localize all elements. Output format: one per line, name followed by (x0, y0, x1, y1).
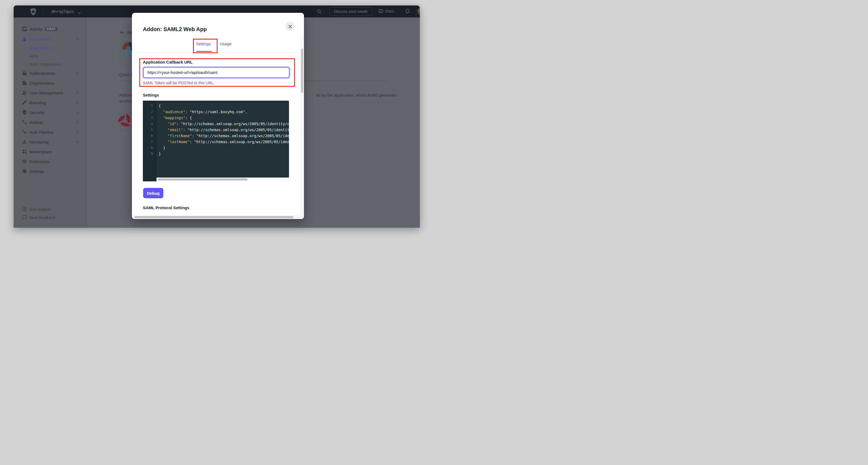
sidebar-footer: Get supportGive feedback (13, 205, 86, 222)
topbar-divider (43, 9, 43, 14)
docs-label: Docs (385, 9, 394, 13)
sidebar-item-label: Security (29, 110, 44, 115)
layers-icon (22, 36, 27, 41)
sidebar-item-label: Get support (29, 207, 51, 212)
code-line: } (159, 145, 289, 151)
tab-usage[interactable]: Usage (220, 41, 231, 46)
sidebar-item-label: APIs (29, 54, 38, 58)
addons-description-fragment: ed by the application, which Auth0 gener… (316, 93, 397, 97)
debug-button[interactable]: Debug (143, 188, 163, 198)
lock-icon (22, 70, 27, 76)
sidebar-item-monitoring[interactable]: Monitoring (13, 137, 86, 147)
code-line: "audience": "https://saml.boxyhq.com", (159, 109, 289, 115)
saml-protocol-settings-heading: SAML Protocol Settings (143, 205, 189, 210)
sidebar-item-branding[interactable]: Branding (13, 98, 86, 108)
sidebar-item-label: Applications (29, 46, 52, 50)
callback-url-input[interactable] (143, 67, 289, 78)
sidebar-item-label: Branding (29, 100, 46, 105)
chevron-right-icon (76, 121, 79, 124)
settings-heading: Settings (143, 93, 159, 97)
sidebar-item-settings[interactable]: Settings (13, 166, 86, 176)
code-line: "lastName": "http://schemas.xmlsoap.org/… (159, 139, 289, 145)
discuss-your-needs-button[interactable]: Discuss your needs (329, 7, 372, 16)
sidebar-item-actions[interactable]: Actions (13, 117, 86, 127)
chevron-right-icon (76, 101, 79, 104)
chip-icon (22, 159, 27, 164)
sidebar-item-get-support[interactable]: Get support (13, 205, 86, 213)
gear-icon (22, 169, 27, 174)
grid-plus-icon (22, 149, 27, 154)
modal-vertical-scrollbar-thumb[interactable] (301, 49, 303, 93)
screenshot-canvas: dev-tyj7qyzz Discuss your needs Docs Act… (4, 2, 430, 231)
sidebar-item-label: Organizations (29, 81, 55, 85)
brush-icon (22, 100, 27, 105)
first-badge: FIRST (45, 27, 58, 31)
chevron-right-icon (76, 111, 79, 114)
chevron-right-icon (76, 141, 79, 143)
docs-link[interactable]: Docs (378, 9, 394, 13)
sidebar-item-label: Give feedback (29, 215, 56, 220)
code-line: "mappings": { (159, 115, 289, 121)
building-icon (22, 80, 27, 86)
flow-icon (22, 119, 27, 125)
sidebar-item-sso-integrations[interactable]: SSO Integrations (13, 60, 86, 68)
sidebar-item-label: Settings (29, 169, 44, 174)
close-icon[interactable] (285, 22, 295, 31)
chevron-right-icon (76, 130, 79, 134)
sidebar-item-security[interactable]: Security (13, 108, 86, 117)
sidebar-item-extensions[interactable]: Extensions (13, 156, 86, 166)
code-line: "id": "http://schemas.xmlsoap.org/ws/200… (159, 121, 289, 127)
sidebar-item-authentication[interactable]: Authentication (13, 68, 86, 78)
addons-text-fragment: access (119, 99, 132, 104)
sidebar-item-activity[interactable]: ActivityFIRST (13, 24, 86, 34)
sidebar: ActivityFIRSTApplicationsApplicationsAPI… (13, 18, 87, 228)
sidebar-item-user-management[interactable]: User Management (13, 88, 86, 98)
active-tab-underline (196, 51, 212, 52)
addon-saml2-modal: Addon: SAML2 Web App Settings Usage Appl… (132, 13, 304, 219)
sidebar-item-apis[interactable]: APIs (13, 52, 86, 60)
addons-text-fragment: Addons (119, 93, 133, 97)
chevron-right-icon (76, 91, 79, 94)
sidebar-item-label: Marketplace (29, 149, 52, 154)
chevron-right-icon (76, 72, 79, 75)
help-circle-icon (22, 206, 27, 212)
tenant-chevron-down-icon[interactable] (78, 10, 81, 15)
code-line: "firstName": "http://schemas.xmlsoap.org… (159, 133, 289, 139)
modal-vertical-scrollbar[interactable] (300, 36, 304, 219)
modal-horizontal-scrollbar[interactable] (132, 215, 300, 219)
bell-icon[interactable] (405, 9, 410, 15)
auth0-logo-icon[interactable] (30, 8, 37, 16)
sidebar-item-label: Auth Pipeline (29, 130, 54, 135)
editor-code[interactable]: { "audience": "https://saml.boxyhq.com",… (156, 100, 289, 178)
sidebar-item-applications[interactable]: Applications (13, 34, 86, 43)
tenant-name[interactable]: dev-tyj7qyzz (51, 9, 74, 13)
sidebar-nav: ActivityFIRSTApplicationsApplicationsAPI… (13, 24, 86, 176)
modal-horizontal-scrollbar-thumb[interactable] (134, 216, 293, 218)
sidebar-item-organizations[interactable]: Organizations (13, 78, 86, 88)
chevron-down-icon (76, 37, 79, 40)
pipeline-icon (22, 129, 27, 135)
sidebar-item-label: Applications (29, 36, 52, 41)
sidebar-item-applications[interactable]: Applications (13, 43, 86, 52)
callback-url-label: Application Callback URL (143, 60, 193, 64)
editor-line-numbers: 123456789 (143, 100, 156, 181)
sidebar-item-marketplace[interactable]: Marketplace (13, 147, 86, 156)
bar-chart-icon (22, 139, 27, 145)
code-line: "email": "http://schemas.xmlsoap.org/ws/… (159, 127, 289, 133)
search-icon[interactable] (317, 9, 322, 15)
sidebar-item-label: Monitoring (29, 140, 49, 144)
avatar[interactable] (417, 7, 420, 16)
sidebar-item-label: Authentication (29, 71, 55, 76)
sidebar-item-label: Extensions (29, 159, 49, 164)
editor-horizontal-scrollbar[interactable] (156, 178, 289, 181)
tab-row-divider (132, 52, 300, 53)
book-icon (378, 9, 383, 13)
editor-scrollbar-thumb[interactable] (158, 178, 248, 180)
modal-title: Addon: SAML2 Web App (143, 26, 207, 32)
sidebar-item-auth-pipeline[interactable]: Auth Pipeline (13, 127, 86, 137)
tab-settings[interactable]: Settings (196, 41, 211, 46)
activity-icon (22, 26, 27, 32)
settings-code-editor[interactable]: 123456789 { "audience": "https://saml.bo… (143, 100, 289, 181)
sidebar-item-label: Activity (29, 27, 42, 31)
sidebar-item-give-feedback[interactable]: Give feedback (13, 213, 86, 222)
